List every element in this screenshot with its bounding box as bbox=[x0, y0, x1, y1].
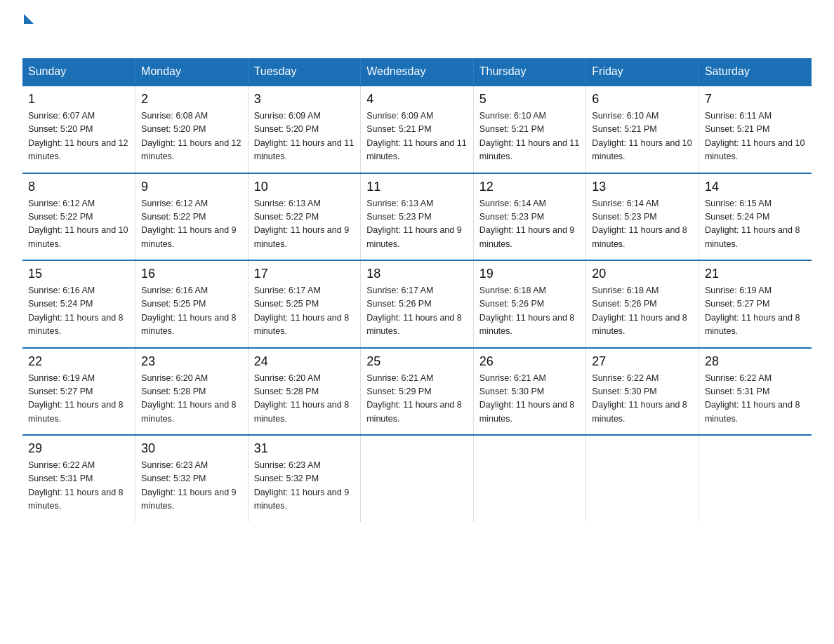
day-number: 22 bbox=[28, 354, 129, 369]
day-number: 10 bbox=[254, 180, 355, 194]
day-number: 16 bbox=[141, 267, 242, 281]
day-number: 17 bbox=[254, 267, 355, 281]
calendar-day-cell: 10 Sunrise: 6:13 AM Sunset: 5:22 PM Dayl… bbox=[248, 173, 361, 261]
day-number: 26 bbox=[479, 354, 581, 369]
day-number: 11 bbox=[366, 180, 468, 194]
day-info: Sunrise: 6:20 AM Sunset: 5:28 PM Dayligh… bbox=[254, 372, 355, 427]
calendar-day-cell: 6 Sunrise: 6:10 AM Sunset: 5:21 PM Dayli… bbox=[586, 86, 699, 173]
calendar-day-cell: 28 Sunrise: 6:22 AM Sunset: 5:31 PM Dayl… bbox=[699, 348, 812, 436]
calendar-day-cell: 13 Sunrise: 6:14 AM Sunset: 5:23 PM Dayl… bbox=[586, 173, 699, 261]
calendar-day-cell: 5 Sunrise: 6:10 AM Sunset: 5:21 PM Dayli… bbox=[473, 86, 586, 173]
calendar-week-row: 1 Sunrise: 6:07 AM Sunset: 5:20 PM Dayli… bbox=[22, 86, 812, 173]
day-info: Sunrise: 6:13 AM Sunset: 5:23 PM Dayligh… bbox=[366, 197, 468, 252]
day-info: Sunrise: 6:16 AM Sunset: 5:25 PM Dayligh… bbox=[141, 284, 242, 339]
calendar-day-cell: 8 Sunrise: 6:12 AM Sunset: 5:22 PM Dayli… bbox=[22, 173, 135, 261]
header-tuesday: Tuesday bbox=[248, 58, 361, 86]
calendar-day-cell: 27 Sunrise: 6:22 AM Sunset: 5:30 PM Dayl… bbox=[586, 348, 699, 436]
day-number: 24 bbox=[254, 354, 355, 369]
header-saturday: Saturday bbox=[699, 58, 812, 86]
calendar-day-cell: 4 Sunrise: 6:09 AM Sunset: 5:21 PM Dayli… bbox=[361, 86, 474, 173]
logo bbox=[22, 17, 34, 46]
day-number: 21 bbox=[705, 267, 806, 281]
day-info: Sunrise: 6:21 AM Sunset: 5:29 PM Dayligh… bbox=[366, 372, 468, 427]
calendar-day-cell: 15 Sunrise: 6:16 AM Sunset: 5:24 PM Dayl… bbox=[22, 260, 135, 348]
calendar-day-cell: 2 Sunrise: 6:08 AM Sunset: 5:20 PM Dayli… bbox=[135, 86, 249, 173]
calendar-day-cell: 24 Sunrise: 6:20 AM Sunset: 5:28 PM Dayl… bbox=[248, 348, 361, 436]
header-thursday: Thursday bbox=[473, 58, 586, 86]
day-number: 12 bbox=[479, 180, 581, 194]
calendar-day-cell: 21 Sunrise: 6:19 AM Sunset: 5:27 PM Dayl… bbox=[699, 260, 812, 348]
calendar-day-cell: 17 Sunrise: 6:17 AM Sunset: 5:25 PM Dayl… bbox=[248, 260, 361, 348]
header-sunday: Sunday bbox=[22, 58, 135, 86]
day-info: Sunrise: 6:08 AM Sunset: 5:20 PM Dayligh… bbox=[141, 109, 242, 164]
day-number: 31 bbox=[254, 441, 355, 456]
day-info: Sunrise: 6:22 AM Sunset: 5:30 PM Dayligh… bbox=[592, 372, 693, 427]
calendar-header-row: SundayMondayTuesdayWednesdayThursdayFrid… bbox=[22, 58, 812, 86]
calendar-day-cell: 18 Sunrise: 6:17 AM Sunset: 5:26 PM Dayl… bbox=[361, 260, 474, 348]
calendar-week-row: 22 Sunrise: 6:19 AM Sunset: 5:27 PM Dayl… bbox=[22, 348, 812, 436]
calendar-day-cell: 16 Sunrise: 6:16 AM Sunset: 5:25 PM Dayl… bbox=[135, 260, 249, 348]
day-info: Sunrise: 6:20 AM Sunset: 5:28 PM Dayligh… bbox=[141, 372, 242, 427]
day-number: 27 bbox=[592, 354, 693, 369]
day-info: Sunrise: 6:12 AM Sunset: 5:22 PM Dayligh… bbox=[28, 197, 129, 252]
empty-cell bbox=[699, 435, 812, 522]
day-info: Sunrise: 6:10 AM Sunset: 5:21 PM Dayligh… bbox=[479, 109, 581, 164]
day-info: Sunrise: 6:19 AM Sunset: 5:27 PM Dayligh… bbox=[705, 284, 806, 339]
calendar-day-cell: 1 Sunrise: 6:07 AM Sunset: 5:20 PM Dayli… bbox=[22, 86, 135, 173]
day-number: 19 bbox=[479, 267, 581, 281]
calendar-day-cell: 11 Sunrise: 6:13 AM Sunset: 5:23 PM Dayl… bbox=[361, 173, 474, 261]
day-info: Sunrise: 6:09 AM Sunset: 5:20 PM Dayligh… bbox=[254, 109, 355, 164]
day-number: 9 bbox=[141, 180, 242, 194]
calendar-day-cell: 20 Sunrise: 6:18 AM Sunset: 5:26 PM Dayl… bbox=[586, 260, 699, 348]
day-info: Sunrise: 6:18 AM Sunset: 5:26 PM Dayligh… bbox=[592, 284, 693, 339]
empty-cell bbox=[586, 435, 699, 522]
day-info: Sunrise: 6:09 AM Sunset: 5:21 PM Dayligh… bbox=[366, 109, 468, 164]
calendar-table: SundayMondayTuesdayWednesdayThursdayFrid… bbox=[22, 58, 812, 522]
calendar-week-row: 8 Sunrise: 6:12 AM Sunset: 5:22 PM Dayli… bbox=[22, 173, 812, 261]
calendar-day-cell: 31 Sunrise: 6:23 AM Sunset: 5:32 PM Dayl… bbox=[248, 435, 361, 522]
calendar-day-cell: 25 Sunrise: 6:21 AM Sunset: 5:29 PM Dayl… bbox=[361, 348, 474, 436]
calendar-day-cell: 26 Sunrise: 6:21 AM Sunset: 5:30 PM Dayl… bbox=[473, 348, 586, 436]
day-number: 30 bbox=[141, 441, 242, 456]
day-info: Sunrise: 6:14 AM Sunset: 5:23 PM Dayligh… bbox=[592, 197, 693, 252]
day-number: 15 bbox=[28, 267, 129, 281]
day-number: 23 bbox=[141, 354, 242, 369]
day-info: Sunrise: 6:10 AM Sunset: 5:21 PM Dayligh… bbox=[592, 109, 693, 164]
day-info: Sunrise: 6:13 AM Sunset: 5:22 PM Dayligh… bbox=[254, 197, 355, 252]
header-friday: Friday bbox=[586, 58, 699, 86]
day-number: 18 bbox=[366, 267, 468, 281]
calendar-day-cell: 9 Sunrise: 6:12 AM Sunset: 5:22 PM Dayli… bbox=[135, 173, 249, 261]
day-info: Sunrise: 6:23 AM Sunset: 5:32 PM Dayligh… bbox=[141, 459, 242, 514]
day-number: 14 bbox=[705, 180, 806, 194]
empty-cell bbox=[473, 435, 586, 522]
day-info: Sunrise: 6:19 AM Sunset: 5:27 PM Dayligh… bbox=[28, 372, 129, 427]
calendar-day-cell: 3 Sunrise: 6:09 AM Sunset: 5:20 PM Dayli… bbox=[248, 86, 361, 173]
day-number: 1 bbox=[28, 92, 129, 107]
day-number: 2 bbox=[141, 92, 242, 107]
day-info: Sunrise: 6:21 AM Sunset: 5:30 PM Dayligh… bbox=[479, 372, 581, 427]
day-number: 29 bbox=[28, 441, 129, 456]
page-header bbox=[22, 17, 812, 46]
day-info: Sunrise: 6:17 AM Sunset: 5:25 PM Dayligh… bbox=[254, 284, 355, 339]
day-number: 13 bbox=[592, 180, 693, 194]
calendar-week-row: 15 Sunrise: 6:16 AM Sunset: 5:24 PM Dayl… bbox=[22, 260, 812, 348]
day-number: 28 bbox=[705, 354, 806, 369]
calendar-day-cell: 7 Sunrise: 6:11 AM Sunset: 5:21 PM Dayli… bbox=[699, 86, 812, 173]
day-info: Sunrise: 6:18 AM Sunset: 5:26 PM Dayligh… bbox=[479, 284, 581, 339]
calendar-day-cell: 22 Sunrise: 6:19 AM Sunset: 5:27 PM Dayl… bbox=[22, 348, 135, 436]
day-info: Sunrise: 6:16 AM Sunset: 5:24 PM Dayligh… bbox=[28, 284, 129, 339]
day-info: Sunrise: 6:23 AM Sunset: 5:32 PM Dayligh… bbox=[254, 459, 355, 514]
day-number: 3 bbox=[254, 92, 355, 107]
day-info: Sunrise: 6:22 AM Sunset: 5:31 PM Dayligh… bbox=[28, 459, 129, 514]
calendar-day-cell: 30 Sunrise: 6:23 AM Sunset: 5:32 PM Dayl… bbox=[135, 435, 249, 522]
day-info: Sunrise: 6:14 AM Sunset: 5:23 PM Dayligh… bbox=[479, 197, 581, 252]
day-number: 7 bbox=[705, 92, 806, 107]
day-info: Sunrise: 6:12 AM Sunset: 5:22 PM Dayligh… bbox=[141, 197, 242, 252]
day-info: Sunrise: 6:15 AM Sunset: 5:24 PM Dayligh… bbox=[705, 197, 806, 252]
calendar-day-cell: 19 Sunrise: 6:18 AM Sunset: 5:26 PM Dayl… bbox=[473, 260, 586, 348]
day-number: 25 bbox=[366, 354, 468, 369]
calendar-day-cell: 23 Sunrise: 6:20 AM Sunset: 5:28 PM Dayl… bbox=[135, 348, 249, 436]
header-wednesday: Wednesday bbox=[361, 58, 474, 86]
calendar-day-cell: 14 Sunrise: 6:15 AM Sunset: 5:24 PM Dayl… bbox=[699, 173, 812, 261]
day-number: 5 bbox=[479, 92, 581, 107]
